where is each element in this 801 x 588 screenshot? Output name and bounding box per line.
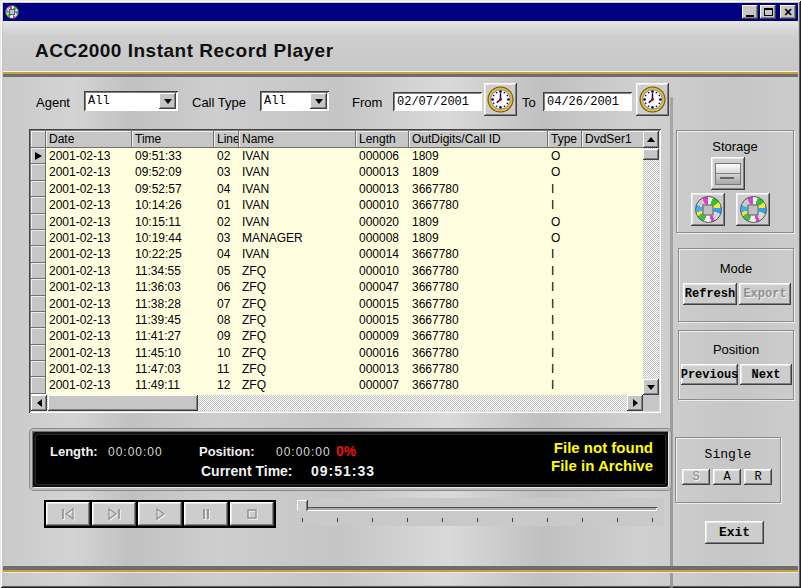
table-row[interactable]: 2001-02-1309:52:0903IVAN0000131809O (31, 164, 643, 180)
maximize-button[interactable] (760, 5, 776, 19)
row-selector[interactable] (31, 197, 46, 213)
export-button[interactable]: Export (739, 283, 791, 305)
row-selector[interactable] (31, 246, 46, 262)
row-selector[interactable] (31, 279, 46, 295)
column-header[interactable]: Length (356, 131, 409, 148)
play-button[interactable] (138, 502, 182, 526)
table-cell (582, 263, 643, 279)
next-button[interactable]: Next (740, 364, 792, 385)
table-row[interactable]: 2001-02-1311:41:2709ZFQ0000093667780I (31, 328, 643, 344)
scroll-down-button[interactable] (643, 379, 659, 395)
records-table-inner: DateTimeLineNameLengthOutDigits/Call IDT… (31, 131, 659, 411)
chevron-down-icon (164, 99, 172, 104)
table-cell: 3667780 (409, 246, 548, 262)
pause-button[interactable] (184, 502, 228, 526)
footer-divider (3, 566, 798, 573)
vertical-scrollbar[interactable] (643, 131, 659, 395)
seek-slider[interactable] (292, 498, 664, 526)
table-cell: 000015 (356, 312, 409, 328)
row-selector[interactable] (31, 361, 46, 377)
scroll-up-button[interactable] (643, 131, 659, 148)
row-selector[interactable] (31, 328, 46, 344)
storage-panel: Storage (676, 130, 794, 233)
title-bar[interactable]: ✕ (3, 3, 798, 21)
table-row[interactable]: 2001-02-1310:15:1102IVAN0000201809O (31, 214, 643, 230)
call-type-dropdown-button[interactable] (310, 93, 327, 109)
refresh-button[interactable]: Refresh (683, 283, 737, 305)
s-button[interactable]: S (682, 469, 710, 485)
position-label: Position (679, 342, 793, 357)
row-selector[interactable] (31, 263, 46, 279)
call-type-combobox[interactable]: All (260, 91, 329, 111)
skip-start-button[interactable] (46, 502, 90, 526)
slider-track[interactable] (299, 507, 657, 511)
table-cell: 000015 (356, 296, 409, 312)
a-button[interactable]: A (713, 469, 741, 485)
close-button[interactable]: ✕ (780, 5, 796, 19)
column-header[interactable] (31, 131, 46, 148)
row-selector[interactable] (31, 181, 46, 197)
table-cell: 000016 (356, 345, 409, 361)
pause-icon (196, 507, 216, 521)
row-selector[interactable] (31, 377, 46, 393)
row-selector[interactable] (31, 345, 46, 361)
table-cell (582, 377, 643, 393)
table-cell: 10:15:11 (132, 214, 214, 230)
from-date-input[interactable]: 02/07/2001 (393, 92, 482, 111)
table-row[interactable]: 2001-02-1311:34:5505ZFQ0000103667780I (31, 263, 643, 279)
table-row[interactable]: 2001-02-1310:22:2504IVAN0000143667780I (31, 246, 643, 262)
scroll-left-button[interactable] (31, 395, 47, 411)
row-selector[interactable] (31, 230, 46, 246)
table-row[interactable]: 2001-02-1311:36:0306ZFQ0000473667780I (31, 279, 643, 295)
agent-dropdown-button[interactable] (159, 93, 176, 109)
column-header[interactable]: Name (239, 131, 356, 148)
table-cell: 3667780 (409, 377, 548, 393)
table-cell: 3667780 (409, 279, 548, 295)
row-selector[interactable] (31, 312, 46, 328)
column-header[interactable]: OutDigits/Call ID (409, 131, 548, 148)
table-row[interactable]: 2001-02-1311:45:1010ZFQ0000163667780I (31, 345, 643, 361)
table-row[interactable]: 2001-02-1311:39:4508ZFQ0000153667780I (31, 312, 643, 328)
previous-button[interactable]: Previous (681, 364, 738, 385)
table-cell: 000009 (356, 328, 409, 344)
table-row[interactable]: 2001-02-1311:38:2807ZFQ0000153667780I (31, 296, 643, 312)
table-cell: 11:39:45 (132, 312, 214, 328)
row-selector[interactable] (31, 214, 46, 230)
table-row[interactable]: 2001-02-1311:47:0311ZFQ0000133667780I (31, 361, 643, 377)
from-calendar-button[interactable] (484, 83, 517, 116)
table-row[interactable]: 2001-02-1309:51:3302IVAN0000061809O (31, 148, 643, 164)
scroll-right-button[interactable] (627, 395, 643, 411)
row-selector[interactable] (31, 296, 46, 312)
horizontal-scrollbar[interactable] (31, 395, 643, 411)
current-time-value: 09:51:33 (311, 463, 375, 479)
row-selector[interactable] (31, 148, 46, 164)
table-cell: 2001-02-13 (46, 328, 132, 344)
table-cell: ZFQ (239, 361, 356, 377)
stop-button[interactable] (230, 502, 274, 526)
hscroll-thumb[interactable] (48, 395, 198, 411)
client-area: ACC2000 Instant Record Player Agent All … (3, 21, 798, 585)
table-cell: I (548, 377, 582, 393)
exit-button[interactable]: Exit (705, 521, 764, 544)
minimize-button[interactable] (742, 5, 758, 19)
column-header[interactable]: Line (214, 131, 239, 148)
r-button[interactable]: R (744, 469, 772, 485)
agent-combobox[interactable]: All (84, 91, 178, 111)
skip-end-button[interactable] (92, 502, 136, 526)
to-calendar-button[interactable] (636, 83, 669, 116)
table-row[interactable]: 2001-02-1310:14:2601IVAN0000103667780I (31, 197, 643, 213)
table-cell: O (548, 230, 582, 246)
column-header[interactable]: Date (46, 131, 132, 148)
column-header[interactable]: Time (132, 131, 214, 148)
table-row[interactable]: 2001-02-1309:52:5704IVAN0000133667780I (31, 181, 643, 197)
slider-thumb[interactable] (297, 500, 308, 514)
to-date-input[interactable]: 04/26/2001 (543, 92, 632, 111)
table-row[interactable]: 2001-02-1311:49:1112ZFQ0000073667780I (31, 377, 643, 393)
table-row[interactable]: 2001-02-1310:19:4403MANAGER0000081809O (31, 230, 643, 246)
vscroll-thumb[interactable] (643, 149, 659, 160)
column-header[interactable]: Type (548, 131, 582, 148)
cd-storage-button-2[interactable] (736, 193, 770, 226)
cd-storage-button-1[interactable] (691, 193, 725, 226)
hard-drive-button[interactable] (711, 157, 745, 190)
row-selector[interactable] (31, 164, 46, 180)
